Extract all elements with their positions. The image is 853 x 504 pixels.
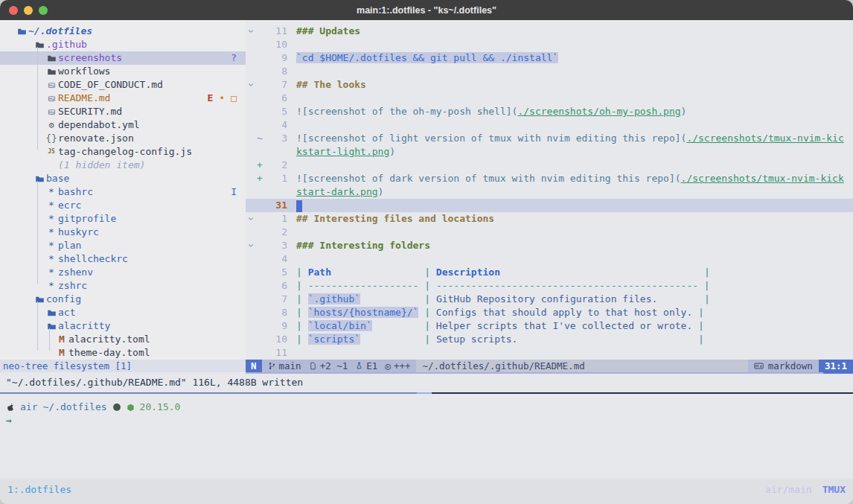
- editor-line[interactable]: 4: [246, 252, 853, 266]
- gitsign-column: [256, 145, 263, 159]
- tree-item-label: shellcheckrc: [58, 252, 128, 266]
- editor-line[interactable]: +2: [246, 159, 853, 172]
- line-number: [263, 185, 287, 199]
- gitsign-column: [256, 306, 263, 319]
- fold-chevron-icon[interactable]: [246, 25, 256, 38]
- line-number: 11: [263, 25, 287, 38]
- editor-panel[interactable]: 11### Updates109`cd $HOME/.dotfiles && g…: [246, 20, 853, 360]
- editor-line[interactable]: 2: [246, 226, 853, 239]
- line-text: [287, 65, 296, 78]
- lualine-statusline: N main+2 ~1E1◎+++ ~/.dotfiles/.github/RE…: [246, 360, 853, 372]
- tree-item-label: base: [46, 172, 69, 185]
- editor-current-line[interactable]: 31: [246, 199, 853, 212]
- tree-item-label: ecrc: [58, 199, 81, 212]
- line-number: 6: [263, 279, 287, 293]
- editor-line[interactable]: 5| Path | Description |: [246, 266, 853, 279]
- fold-chevron-icon[interactable]: [246, 212, 256, 226]
- close-icon[interactable]: [9, 6, 18, 15]
- fold-column: [246, 252, 256, 266]
- editor-line[interactable]: 8| `hosts/{hostname}/` | Configs that sh…: [246, 306, 853, 319]
- tmux-pane-border[interactable]: [0, 392, 853, 394]
- star-icon: *: [48, 185, 54, 199]
- folder-icon: [17, 27, 27, 36]
- editor-line[interactable]: 9`cd $HOME/.dotfiles && git pull && ./in…: [246, 51, 853, 65]
- editor-line[interactable]: 5![screenshot of the oh-my-posh shell](.…: [246, 105, 853, 118]
- fold-column: [246, 319, 256, 333]
- tree-item-label: act: [58, 306, 75, 319]
- fold-column: [246, 293, 256, 306]
- editor-line[interactable]: 9| `local/bin` | Helper scripts that I'v…: [246, 319, 853, 333]
- text-segment: Description: [436, 267, 500, 278]
- editor-line[interactable]: 8: [246, 65, 853, 78]
- folder-icon: [47, 322, 57, 331]
- editor-line[interactable]: 11: [246, 346, 853, 360]
- tree-item-label: zshrc: [58, 279, 87, 293]
- tree-item-label: renovate.json: [58, 132, 134, 145]
- statusline-underline: [0, 372, 853, 374]
- gitsign-column: [256, 279, 263, 293]
- editor-line[interactable]: 6| ------------------- | ---------------…: [246, 279, 853, 293]
- tmux-window-name[interactable]: 1:.dotfiles: [7, 483, 71, 497]
- gitsign-column: [256, 38, 263, 51]
- fold-column: [246, 132, 256, 145]
- star-icon: *: [48, 239, 54, 252]
- editor-line[interactable]: 4: [246, 118, 853, 132]
- line-number: 9: [263, 51, 287, 65]
- shell-pane[interactable]: air ~/.dotfiles 20.15.0 →: [0, 394, 853, 479]
- editor-line[interactable]: ~3![screenshot of light version of tmux …: [246, 132, 853, 145]
- tree-item-label: huskyrc: [58, 226, 99, 239]
- editor-line[interactable]: kstart-light.png): [246, 145, 853, 159]
- line-number: 1: [263, 172, 287, 185]
- text-segment: ### Interesting folders: [296, 240, 430, 251]
- text-segment: `scripts`: [308, 334, 360, 345]
- editor-line[interactable]: start-dark.png): [246, 185, 853, 199]
- editor-line[interactable]: 3### Interesting folders: [246, 239, 853, 252]
- editor-line[interactable]: +1![screenshot of dark version of tmux w…: [246, 172, 853, 185]
- gitsign-column: [256, 65, 263, 78]
- titlebar[interactable]: main:1:.dotfiles - "ks~/.dotfiles": [0, 0, 853, 20]
- tree-indent-guide: [37, 181, 38, 284]
- editor-line[interactable]: 6: [246, 92, 853, 105]
- text-segment: ## Interesting files and locations: [296, 213, 494, 224]
- fold-column: [246, 92, 256, 105]
- line-text: ![screenshot of dark version of tmux wit…: [287, 172, 844, 185]
- text-segment: |: [698, 267, 710, 278]
- editor-line[interactable]: 7## The looks: [246, 78, 853, 92]
- line-text: | Path | Description |: [287, 266, 710, 279]
- editor-line[interactable]: 10: [246, 38, 853, 51]
- fold-column: [246, 38, 256, 51]
- line-number: 7: [263, 293, 287, 306]
- line-number: 1: [263, 212, 287, 226]
- fold-chevron-icon[interactable]: [246, 239, 256, 252]
- tree-item--1-hidden-item-[interactable]: (1 hidden item): [0, 159, 246, 172]
- line-number: 7: [263, 78, 287, 92]
- line-text: ![screenshot of light version of tmux wi…: [287, 132, 844, 145]
- gitsign-column: [256, 51, 263, 65]
- line-number: 9: [263, 319, 287, 333]
- mode-indicator: N: [246, 360, 262, 372]
- neotree-panel[interactable]: ~/.dotfiles.githubscreenshots?workflowsC…: [0, 20, 246, 360]
- editor-line[interactable]: 7| `.github` | GitHub Repository configu…: [246, 293, 853, 306]
- star-icon: *: [48, 199, 54, 212]
- editor-line[interactable]: 11### Updates: [246, 25, 853, 38]
- tree-item-label: README.md: [58, 92, 110, 105]
- fold-column: [246, 185, 256, 199]
- status-row: neo-tree filesystem [1] N main+2 ~1E1◎++…: [0, 360, 853, 372]
- minimize-icon[interactable]: [24, 6, 33, 15]
- fold-column: [246, 226, 256, 239]
- editor-line[interactable]: 10| `scripts` | Setup scripts. |: [246, 333, 853, 346]
- doc-icon: [309, 362, 317, 370]
- text-segment: GitHub Repository configuration files.: [436, 293, 657, 304]
- zoom-icon[interactable]: [39, 6, 48, 15]
- cursor-position: 31:1: [819, 360, 853, 372]
- line-text: [287, 38, 296, 51]
- tree-item-label: workflows: [58, 65, 110, 78]
- fold-column: [246, 199, 256, 212]
- fold-chevron-icon[interactable]: [246, 78, 256, 92]
- tree-item--.dotfiles[interactable]: ~/.dotfiles: [0, 25, 246, 38]
- text-segment: start-dark.png: [296, 186, 378, 197]
- editor-line[interactable]: 1## Interesting files and locations: [246, 212, 853, 226]
- line-text: ## Interesting files and locations: [287, 212, 494, 226]
- cursor-block: [296, 200, 302, 212]
- neotree-statusline: neo-tree filesystem [1]: [0, 360, 246, 372]
